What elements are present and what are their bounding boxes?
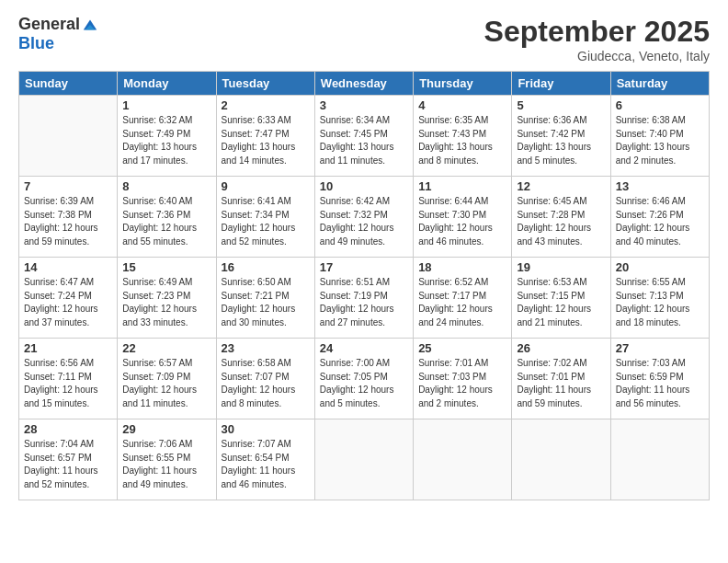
cell-content: Sunrise: 6:56 AM Sunset: 7:11 PM Dayligh…	[24, 357, 112, 410]
calendar-cell: 4Sunrise: 6:35 AM Sunset: 7:43 PM Daylig…	[414, 96, 512, 177]
day-number: 2	[222, 98, 310, 112]
calendar-cell: 1Sunrise: 6:32 AM Sunset: 7:49 PM Daylig…	[118, 96, 216, 177]
cell-content: Sunrise: 7:07 AM Sunset: 6:54 PM Dayligh…	[222, 438, 310, 491]
calendar-cell: 28Sunrise: 7:04 AM Sunset: 6:57 PM Dayli…	[19, 419, 118, 500]
day-number: 24	[320, 341, 408, 355]
cell-content: Sunrise: 6:55 AM Sunset: 7:13 PM Dayligh…	[616, 276, 704, 329]
calendar-week-row: 21Sunrise: 6:56 AM Sunset: 7:11 PM Dayli…	[19, 339, 710, 419]
logo: General Blue	[18, 15, 98, 53]
day-number: 30	[222, 422, 310, 436]
month-title: September 2025	[484, 15, 710, 49]
header-monday: Monday	[118, 72, 216, 96]
cell-content: Sunrise: 7:04 AM Sunset: 6:57 PM Dayligh…	[24, 438, 112, 491]
calendar-cell: 8Sunrise: 6:40 AM Sunset: 7:36 PM Daylig…	[118, 177, 216, 258]
day-number: 11	[418, 179, 506, 193]
cell-content: Sunrise: 6:51 AM Sunset: 7:19 PM Dayligh…	[320, 276, 408, 329]
calendar-cell	[610, 419, 709, 500]
cell-content: Sunrise: 7:03 AM Sunset: 6:59 PM Dayligh…	[616, 357, 704, 410]
cell-content: Sunrise: 6:46 AM Sunset: 7:26 PM Dayligh…	[616, 195, 704, 248]
cell-content: Sunrise: 7:01 AM Sunset: 7:03 PM Dayligh…	[418, 357, 506, 410]
day-number: 14	[24, 260, 112, 274]
day-number: 28	[24, 422, 112, 436]
calendar-cell: 14Sunrise: 6:47 AM Sunset: 7:24 PM Dayli…	[19, 258, 118, 339]
calendar-cell: 18Sunrise: 6:52 AM Sunset: 7:17 PM Dayli…	[414, 258, 512, 339]
header-friday: Friday	[512, 72, 610, 96]
calendar-cell: 6Sunrise: 6:38 AM Sunset: 7:40 PM Daylig…	[610, 96, 709, 177]
cell-content: Sunrise: 6:34 AM Sunset: 7:45 PM Dayligh…	[320, 114, 408, 167]
day-number: 1	[122, 98, 210, 112]
calendar-cell: 12Sunrise: 6:45 AM Sunset: 7:28 PM Dayli…	[512, 177, 610, 258]
cell-content: Sunrise: 6:40 AM Sunset: 7:36 PM Dayligh…	[122, 195, 210, 248]
cell-content: Sunrise: 6:57 AM Sunset: 7:09 PM Dayligh…	[122, 357, 210, 410]
title-area: September 2025 Giudecca, Veneto, Italy	[484, 15, 710, 63]
day-number: 12	[517, 179, 605, 193]
calendar-cell: 22Sunrise: 6:57 AM Sunset: 7:09 PM Dayli…	[118, 339, 216, 419]
day-number: 4	[418, 98, 506, 112]
day-number: 22	[122, 341, 210, 355]
day-number: 3	[320, 98, 408, 112]
calendar-cell: 21Sunrise: 6:56 AM Sunset: 7:11 PM Dayli…	[19, 339, 118, 419]
calendar-cell: 26Sunrise: 7:02 AM Sunset: 7:01 PM Dayli…	[512, 339, 610, 419]
calendar-cell	[314, 419, 413, 500]
day-number: 7	[24, 179, 112, 193]
day-number: 25	[418, 341, 506, 355]
calendar-cell: 15Sunrise: 6:49 AM Sunset: 7:23 PM Dayli…	[118, 258, 216, 339]
cell-content: Sunrise: 6:32 AM Sunset: 7:49 PM Dayligh…	[122, 114, 210, 167]
cell-content: Sunrise: 6:42 AM Sunset: 7:32 PM Dayligh…	[320, 195, 408, 248]
calendar-cell: 20Sunrise: 6:55 AM Sunset: 7:13 PM Dayli…	[610, 258, 709, 339]
cell-content: Sunrise: 6:38 AM Sunset: 7:40 PM Dayligh…	[616, 114, 704, 167]
day-number: 19	[517, 260, 605, 274]
calendar-header-row: SundayMondayTuesdayWednesdayThursdayFrid…	[19, 72, 710, 96]
day-number: 27	[616, 341, 704, 355]
calendar-cell: 9Sunrise: 6:41 AM Sunset: 7:34 PM Daylig…	[216, 177, 314, 258]
calendar-cell: 2Sunrise: 6:33 AM Sunset: 7:47 PM Daylig…	[216, 96, 314, 177]
calendar-cell: 24Sunrise: 7:00 AM Sunset: 7:05 PM Dayli…	[314, 339, 413, 419]
cell-content: Sunrise: 6:53 AM Sunset: 7:15 PM Dayligh…	[517, 276, 605, 329]
day-number: 6	[616, 98, 704, 112]
day-number: 15	[122, 260, 210, 274]
calendar-week-row: 7Sunrise: 6:39 AM Sunset: 7:38 PM Daylig…	[19, 177, 710, 258]
calendar-week-row: 14Sunrise: 6:47 AM Sunset: 7:24 PM Dayli…	[19, 258, 710, 339]
cell-content: Sunrise: 6:33 AM Sunset: 7:47 PM Dayligh…	[222, 114, 310, 167]
location: Giudecca, Veneto, Italy	[484, 49, 710, 63]
calendar-cell: 29Sunrise: 7:06 AM Sunset: 6:55 PM Dayli…	[118, 419, 216, 500]
logo-blue-text: Blue	[18, 34, 54, 53]
day-number: 26	[517, 341, 605, 355]
calendar-cell: 13Sunrise: 6:46 AM Sunset: 7:26 PM Dayli…	[610, 177, 709, 258]
cell-content: Sunrise: 6:35 AM Sunset: 7:43 PM Dayligh…	[418, 114, 506, 167]
cell-content: Sunrise: 6:36 AM Sunset: 7:42 PM Dayligh…	[517, 114, 605, 167]
calendar-cell: 30Sunrise: 7:07 AM Sunset: 6:54 PM Dayli…	[216, 419, 314, 500]
header-tuesday: Tuesday	[216, 72, 314, 96]
cell-content: Sunrise: 6:39 AM Sunset: 7:38 PM Dayligh…	[24, 195, 112, 248]
cell-content: Sunrise: 6:45 AM Sunset: 7:28 PM Dayligh…	[517, 195, 605, 248]
day-number: 21	[24, 341, 112, 355]
calendar-cell: 23Sunrise: 6:58 AM Sunset: 7:07 PM Dayli…	[216, 339, 314, 419]
calendar-week-row: 28Sunrise: 7:04 AM Sunset: 6:57 PM Dayli…	[19, 419, 710, 500]
day-number: 17	[320, 260, 408, 274]
cell-content: Sunrise: 6:50 AM Sunset: 7:21 PM Dayligh…	[222, 276, 310, 329]
day-number: 20	[616, 260, 704, 274]
day-number: 13	[616, 179, 704, 193]
cell-content: Sunrise: 6:44 AM Sunset: 7:30 PM Dayligh…	[418, 195, 506, 248]
calendar-cell: 19Sunrise: 6:53 AM Sunset: 7:15 PM Dayli…	[512, 258, 610, 339]
calendar-cell: 16Sunrise: 6:50 AM Sunset: 7:21 PM Dayli…	[216, 258, 314, 339]
calendar-table: SundayMondayTuesdayWednesdayThursdayFrid…	[18, 71, 710, 500]
day-number: 16	[222, 260, 310, 274]
cell-content: Sunrise: 6:58 AM Sunset: 7:07 PM Dayligh…	[222, 357, 310, 410]
cell-content: Sunrise: 6:52 AM Sunset: 7:17 PM Dayligh…	[418, 276, 506, 329]
calendar-cell: 27Sunrise: 7:03 AM Sunset: 6:59 PM Dayli…	[610, 339, 709, 419]
header-saturday: Saturday	[610, 72, 709, 96]
logo-icon	[82, 17, 98, 33]
cell-content: Sunrise: 6:47 AM Sunset: 7:24 PM Dayligh…	[24, 276, 112, 329]
calendar-cell: 25Sunrise: 7:01 AM Sunset: 7:03 PM Dayli…	[414, 339, 512, 419]
header: General Blue September 2025 Giudecca, Ve…	[18, 15, 710, 63]
header-thursday: Thursday	[414, 72, 512, 96]
cell-content: Sunrise: 7:02 AM Sunset: 7:01 PM Dayligh…	[517, 357, 605, 410]
calendar-cell	[19, 96, 118, 177]
day-number: 5	[517, 98, 605, 112]
page-container: General Blue September 2025 Giudecca, Ve…	[0, 0, 728, 563]
calendar-cell: 3Sunrise: 6:34 AM Sunset: 7:45 PM Daylig…	[314, 96, 413, 177]
calendar-cell: 5Sunrise: 6:36 AM Sunset: 7:42 PM Daylig…	[512, 96, 610, 177]
calendar-week-row: 1Sunrise: 6:32 AM Sunset: 7:49 PM Daylig…	[19, 96, 710, 177]
cell-content: Sunrise: 7:06 AM Sunset: 6:55 PM Dayligh…	[122, 438, 210, 491]
